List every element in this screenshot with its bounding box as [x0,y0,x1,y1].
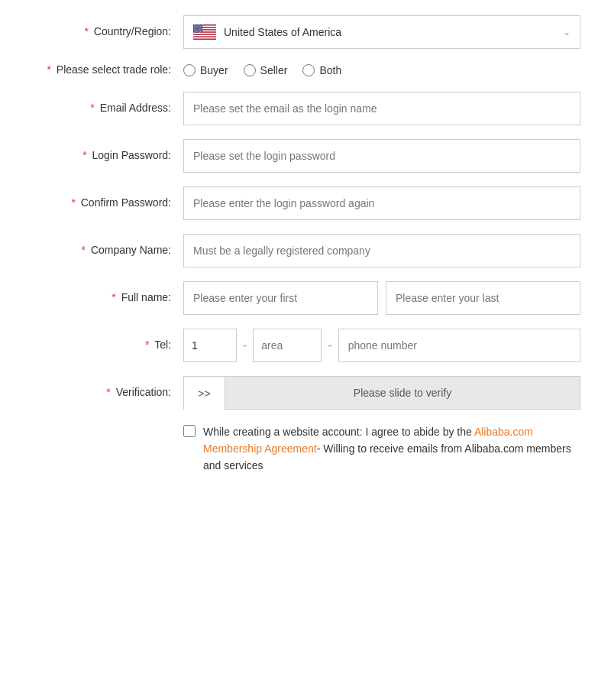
trade-role-buyer-radio[interactable] [183,64,196,76]
verify-slide-text[interactable]: Please slide to verify [225,377,580,409]
tel-separator-1: - [237,329,253,362]
svg-point-38 [199,31,200,31]
required-star-email: * [90,102,94,114]
svg-point-47 [199,32,200,33]
svg-point-33 [199,30,199,31]
password-input[interactable] [183,139,580,173]
svg-point-30 [201,28,202,29]
trade-role-options: Buyer Seller Both [183,64,580,76]
tel-label: * Tel: [31,338,183,353]
svg-point-42 [199,31,199,32]
svg-point-32 [196,30,197,31]
svg-point-29 [199,28,200,29]
svg-point-15 [199,26,199,27]
trade-role-seller[interactable]: Seller [244,64,288,76]
company-control-wrap [183,234,580,267]
confirm-password-row: * Confirm Password: [31,186,580,220]
required-star-password: * [82,149,86,161]
email-label: * Email Address: [31,101,183,116]
svg-point-44 [194,32,195,33]
required-star-fullname: * [112,291,115,303]
svg-rect-4 [193,33,216,34]
fullname-inputs [183,281,580,315]
us-flag-icon [193,24,216,40]
verification-control-wrap: >> Please slide to verify [183,376,580,410]
country-label: * Country/Region: [31,24,183,40]
email-row: * Email Address: [31,92,580,125]
required-star-company: * [82,244,86,256]
svg-point-40 [195,31,196,32]
svg-point-27 [196,28,196,29]
svg-rect-5 [193,35,216,37]
svg-point-36 [196,31,196,31]
agreement-checkbox[interactable] [183,425,196,437]
password-control-wrap [183,139,580,173]
confirm-password-label: * Confirm Password: [31,196,183,211]
svg-point-24 [199,28,199,28]
confirm-password-control-wrap [183,186,580,220]
svg-point-26 [194,28,195,29]
country-control-wrap: United States of America ⌄ [183,15,580,49]
svg-point-48 [201,32,202,33]
svg-point-35 [194,31,195,31]
svg-point-23 [196,28,197,28]
email-control-wrap [183,92,580,125]
svg-point-41 [196,31,197,32]
svg-point-37 [198,31,199,31]
svg-point-25 [200,28,201,28]
agreement-row: While creating a website account: I agre… [31,423,580,475]
fullname-label: * Full name: [31,290,183,306]
chevron-down-icon: ⌄ [563,27,571,37]
svg-point-31 [195,30,196,31]
fullname-row: * Full name: [31,281,580,315]
confirm-password-input[interactable] [183,186,580,220]
required-star-tel: * [145,339,149,351]
verify-arrow-icon: >> [198,387,210,400]
svg-rect-6 [193,37,216,39]
lastname-input[interactable] [386,281,580,315]
trade-role-control-wrap: Buyer Seller Both [183,64,580,76]
country-select[interactable]: United States of America ⌄ [183,15,580,49]
trade-role-both[interactable]: Both [302,64,341,76]
tel-inputs: - - [183,329,580,362]
svg-point-43 [200,31,201,32]
verify-arrow-button[interactable]: >> [184,377,225,410]
password-row: * Login Password: [31,139,580,173]
svg-point-11 [199,25,200,26]
trade-role-row: * Please select trade role: Buyer Seller… [31,63,580,78]
svg-point-39 [201,31,202,31]
required-star-confirm: * [71,196,75,209]
required-star-trade: * [47,63,50,76]
firstname-input[interactable] [183,281,378,315]
tel-number-input[interactable] [338,329,580,362]
svg-point-8 [194,25,195,26]
required-star-verify: * [106,386,110,398]
svg-point-22 [195,28,196,28]
agreement-text: While creating a website account: I agre… [203,423,580,475]
country-region-row: * Country/Region: [31,15,580,49]
trade-role-buyer[interactable]: Buyer [183,64,228,76]
tel-code-input[interactable] [183,329,237,362]
svg-point-19 [198,27,199,28]
svg-point-14 [196,26,197,27]
svg-point-18 [196,27,196,28]
tel-area-input[interactable] [253,329,322,362]
tel-row: * Tel: - - [31,329,580,362]
fullname-control-wrap [183,281,580,315]
trade-role-seller-radio[interactable] [244,64,256,76]
verification-slider[interactable]: >> Please slide to verify [183,376,580,410]
company-input[interactable] [183,234,580,267]
password-label: * Login Password: [31,148,183,164]
svg-rect-7 [193,24,202,33]
required-star: * [84,25,88,37]
trade-role-both-radio[interactable] [302,64,315,76]
svg-point-12 [201,25,202,26]
svg-point-13 [195,26,196,27]
tel-control-wrap: - - [183,329,580,362]
email-input[interactable] [183,92,580,125]
svg-point-45 [196,32,196,33]
company-label: * Company Name: [31,243,183,258]
svg-point-34 [200,30,201,31]
svg-point-17 [194,27,195,28]
verification-row: * Verification: >> Please slide to verif… [31,376,580,410]
